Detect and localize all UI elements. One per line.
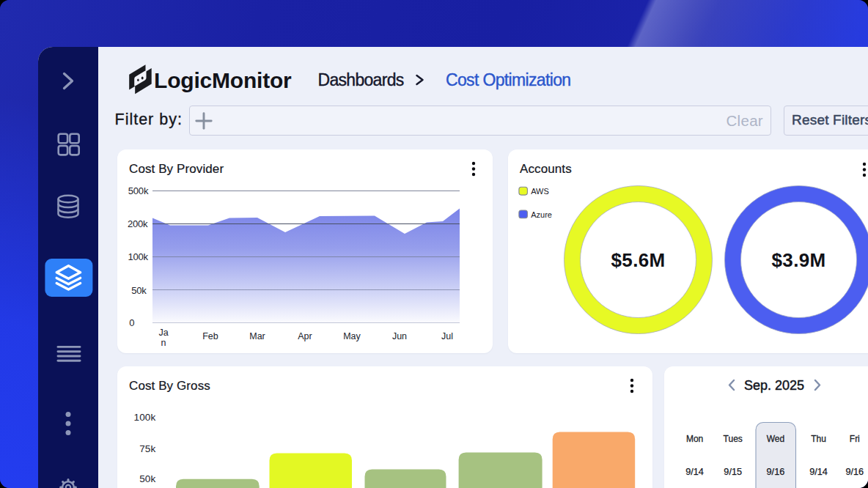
svg-text:0: 0 (129, 317, 134, 328)
svg-text:Tues: Tues (724, 434, 743, 444)
svg-text:May: May (343, 331, 361, 341)
svg-text:100k: 100k (133, 412, 155, 423)
svg-text:Jun: Jun (392, 331, 407, 341)
svg-text:9/16: 9/16 (845, 467, 864, 477)
svg-text:AWS: AWS (531, 187, 549, 196)
svg-text:Feb: Feb (202, 331, 218, 341)
svg-text:9/14: 9/14 (685, 467, 704, 477)
svg-text:Sep. 2025: Sep. 2025 (744, 378, 804, 393)
svg-text:Ja: Ja (158, 328, 168, 338)
svg-text:Jul: Jul (441, 331, 453, 341)
svg-text:Mon: Mon (686, 434, 703, 444)
svg-text:50k: 50k (139, 473, 155, 484)
svg-text:Fri: Fri (850, 434, 860, 444)
svg-text:Wed: Wed (767, 434, 784, 444)
svg-text:Mar: Mar (249, 331, 265, 341)
svg-text:500k: 500k (128, 185, 149, 196)
svg-text:9/14: 9/14 (809, 467, 828, 477)
svg-text:Thu: Thu (811, 434, 826, 444)
svg-text:$3.9M: $3.9M (772, 249, 826, 271)
svg-text:9/16: 9/16 (767, 467, 785, 477)
svg-text:100k: 100k (128, 251, 149, 262)
svg-text:50k: 50k (131, 285, 147, 296)
svg-text:200k: 200k (128, 218, 148, 229)
svg-text:75k: 75k (139, 443, 155, 454)
svg-text:n: n (161, 338, 166, 348)
svg-text:Azure: Azure (531, 210, 552, 219)
svg-text:9/15: 9/15 (724, 467, 742, 477)
svg-text:$5.6M: $5.6M (611, 249, 666, 271)
svg-text:Apr: Apr (298, 331, 312, 341)
